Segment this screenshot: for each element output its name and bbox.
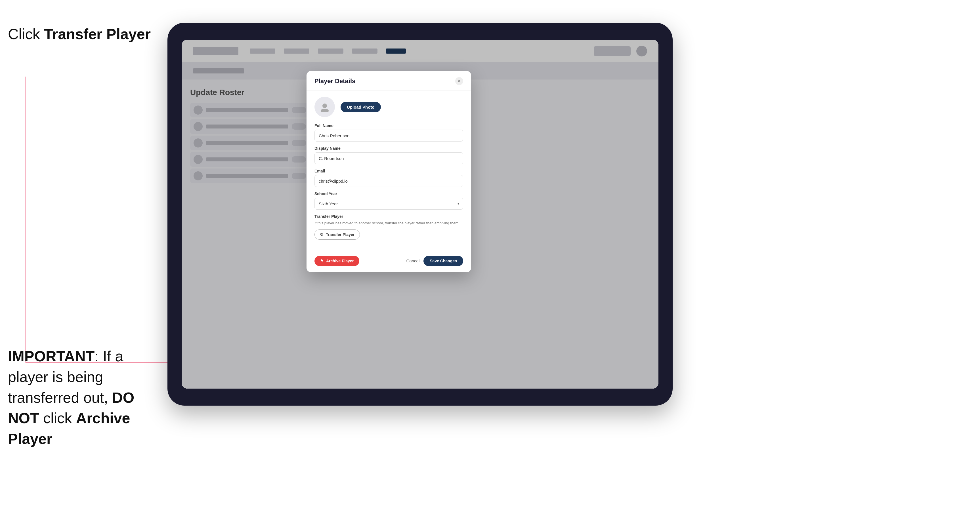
transfer-icon: ↻: [320, 232, 323, 237]
tablet-screen: Update Roster: [181, 40, 659, 389]
school-year-select-wrapper: Sixth Year First Year Second Year Third …: [315, 198, 463, 210]
player-details-modal: Player Details × Upload Photo: [307, 71, 471, 272]
display-name-label: Display Name: [315, 146, 463, 151]
instruction-prefix: Click: [8, 26, 44, 42]
modal-title: Player Details: [315, 78, 355, 85]
school-year-group: School Year Sixth Year First Year Second…: [315, 192, 463, 210]
user-icon: [320, 102, 330, 112]
transfer-section-title: Transfer Player: [315, 214, 463, 219]
content-area: Update Roster: [181, 79, 659, 389]
school-year-label: School Year: [315, 192, 463, 196]
full-name-input[interactable]: [315, 130, 463, 141]
full-name-group: Full Name: [315, 123, 463, 141]
svg-point-0: [322, 103, 327, 108]
school-year-select[interactable]: Sixth Year First Year Second Year Third …: [315, 198, 463, 210]
archive-btn-label: Archive Player: [326, 259, 354, 263]
footer-right-actions: Cancel Save Changes: [406, 256, 463, 266]
modal-footer: ⚑ Archive Player Cancel Save Changes: [307, 251, 471, 272]
instruction-important: IMPORTANT: [8, 348, 94, 365]
tablet-device: Update Roster: [167, 23, 673, 406]
archive-icon: ⚑: [320, 259, 324, 263]
email-label: Email: [315, 169, 463, 173]
upload-photo-button[interactable]: Upload Photo: [340, 102, 381, 112]
display-name-input[interactable]: [315, 152, 463, 164]
instruction-highlight: Transfer Player: [44, 26, 151, 42]
instruction-top: Click Transfer Player: [8, 25, 151, 43]
display-name-group: Display Name: [315, 146, 463, 164]
modal-body: Upload Photo Full Name Display Name: [307, 90, 471, 251]
full-name-label: Full Name: [315, 123, 463, 128]
transfer-section-description: If this player has moved to another scho…: [315, 221, 463, 226]
arrow-vertical-line: [25, 76, 26, 363]
transfer-player-button[interactable]: ↻ Transfer Player: [315, 229, 360, 240]
avatar-circle: [315, 97, 335, 117]
svg-point-1: [321, 109, 329, 112]
transfer-player-section: Transfer Player If this player has moved…: [315, 214, 463, 240]
cancel-button[interactable]: Cancel: [406, 259, 420, 263]
archive-player-button[interactable]: ⚑ Archive Player: [315, 256, 359, 266]
email-input[interactable]: [315, 175, 463, 187]
transfer-btn-label: Transfer Player: [326, 232, 355, 237]
instruction-bottom: IMPORTANT: If a player is being transfer…: [8, 346, 156, 449]
save-changes-button[interactable]: Save Changes: [423, 256, 463, 266]
modal-header: Player Details ×: [307, 71, 471, 90]
email-group: Email: [315, 169, 463, 187]
modal-close-button[interactable]: ×: [455, 77, 463, 85]
photo-row: Upload Photo: [315, 97, 463, 117]
